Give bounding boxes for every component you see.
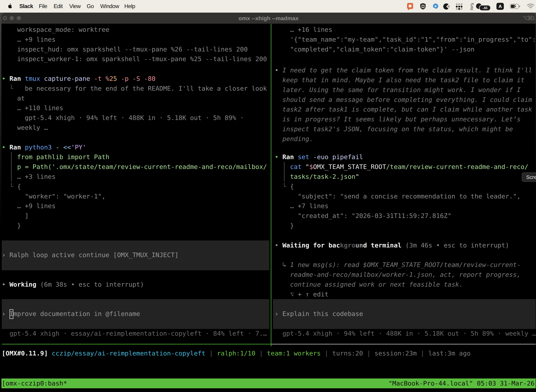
svg-text:1: 1 — [532, 15, 535, 21]
svg-text:A: A — [498, 4, 502, 9]
svg-text:..61: ..61 — [483, 6, 488, 10]
